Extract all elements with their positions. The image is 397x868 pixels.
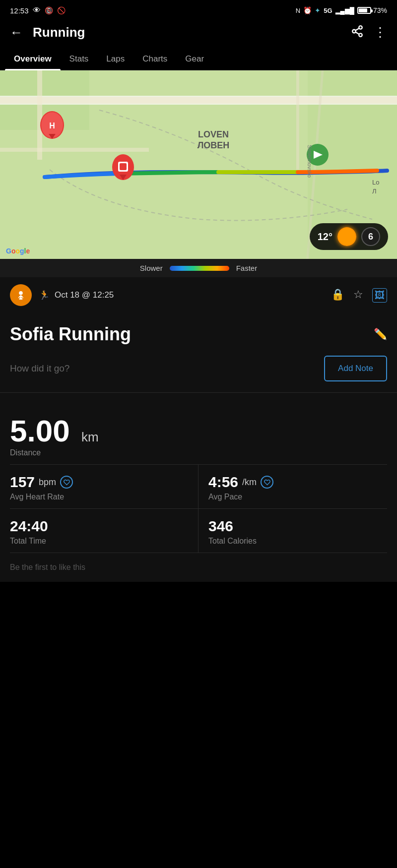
stats-section: 5.00 km Distance 157 bpm Avg Heart Rate bbox=[0, 397, 397, 553]
time-cell: 24:40 Total Time bbox=[10, 509, 198, 553]
tab-laps[interactable]: Laps bbox=[97, 48, 133, 70]
svg-point-2 bbox=[359, 33, 362, 37]
main-content: Sofia Running ✏️ How did it go? Add Note… bbox=[0, 313, 397, 582]
svg-point-0 bbox=[359, 26, 362, 29]
distance-label: Distance bbox=[10, 448, 387, 457]
bluetooth-icon: ✦ bbox=[315, 6, 321, 14]
share-button[interactable] bbox=[351, 25, 364, 41]
svg-point-1 bbox=[352, 29, 356, 33]
distance-value: 5.00 km bbox=[10, 416, 387, 446]
page-title: Running bbox=[33, 25, 345, 40]
distance-unit: km bbox=[81, 430, 99, 444]
svg-rect-21 bbox=[120, 163, 127, 170]
bottom-text: Be the first to like this bbox=[0, 553, 397, 582]
weather-badge: 12° 6 bbox=[310, 223, 388, 250]
eye-icon: 👁 bbox=[33, 6, 41, 15]
activity-title-row: Sofia Running ✏️ bbox=[0, 313, 397, 350]
svg-text:LOVEN: LOVEN bbox=[198, 129, 229, 139]
calories-cell: 346 Total Calories bbox=[198, 509, 387, 553]
svg-text:Л: Л bbox=[372, 187, 377, 195]
top-nav: ← Running ⋮ bbox=[0, 19, 397, 48]
battery-icon bbox=[357, 7, 371, 14]
google-logo: Google bbox=[6, 247, 30, 255]
pace-label: Avg Pace bbox=[208, 493, 387, 501]
star-icon[interactable]: ☆ bbox=[353, 288, 363, 303]
heart-rate-value: 157 bpm bbox=[10, 474, 188, 491]
temperature-display: 12° bbox=[318, 231, 332, 243]
tab-charts[interactable]: Charts bbox=[133, 48, 176, 70]
tabs: Overview Stats Laps Charts Gear bbox=[0, 48, 397, 70]
calories-label: Total Calories bbox=[208, 537, 387, 546]
slower-label: Slower bbox=[140, 264, 163, 272]
distance-stat: 5.00 km Distance bbox=[10, 407, 387, 465]
activity-actions: 🔒 ☆ 🖼 bbox=[331, 288, 387, 303]
svg-text:Simeonovsko: Simeonovsko bbox=[307, 145, 313, 178]
signal-bars: ▂▄▆█ bbox=[335, 7, 354, 14]
add-note-button[interactable]: Add Note bbox=[324, 356, 387, 381]
block-icon: 🚫 bbox=[57, 6, 66, 14]
time-display: 12:53 bbox=[10, 6, 29, 15]
activity-date: Oct 18 @ 12:25 bbox=[55, 290, 114, 300]
calories-value: 346 bbox=[208, 518, 387, 535]
status-right: N ⏰ ✦ 5G ▂▄▆█ 73% bbox=[296, 6, 387, 14]
add-photo-icon[interactable]: 🖼 bbox=[372, 288, 387, 303]
svg-text:H: H bbox=[49, 122, 55, 130]
svg-line-4 bbox=[355, 28, 359, 30]
activity-info-row: 🏃 Oct 18 @ 12:25 🔒 ☆ 🖼 bbox=[0, 277, 397, 313]
back-button[interactable]: ← bbox=[10, 23, 27, 42]
activity-title: Sofia Running bbox=[10, 324, 369, 345]
lock-icon: 🔒 bbox=[331, 288, 344, 303]
note-row: How did it go? Add Note bbox=[0, 350, 397, 393]
stats-grid: 157 bpm Avg Heart Rate 4:56 /km bbox=[10, 465, 387, 553]
alarm-icon: ⏰ bbox=[303, 6, 312, 14]
tab-stats[interactable]: Stats bbox=[61, 48, 98, 70]
more-menu-button[interactable]: ⋮ bbox=[374, 25, 387, 40]
svg-text:ЛОВЕН: ЛОВЕН bbox=[198, 140, 230, 150]
time-value: 24:40 bbox=[10, 518, 188, 535]
sun-icon bbox=[337, 227, 356, 246]
edit-title-button[interactable]: ✏️ bbox=[374, 328, 387, 341]
status-time: 12:53 👁 📵 🚫 bbox=[10, 6, 66, 15]
tab-gear[interactable]: Gear bbox=[176, 48, 213, 70]
map-container[interactable]: H LOVEN ЛОВЕН Simeonovsko Lo Л 12° 6 Goo… bbox=[0, 70, 397, 259]
battery-block: 73% bbox=[357, 6, 387, 14]
time-label: Total Time bbox=[10, 537, 188, 546]
svg-line-3 bbox=[355, 32, 359, 34]
run-icon: 🏃 bbox=[39, 290, 50, 301]
faster-label: Faster bbox=[236, 264, 258, 272]
pace-cell: 4:56 /km Avg Pace bbox=[198, 465, 387, 509]
nfc-icon: N bbox=[296, 7, 300, 14]
heart-rate-label: Avg Heart Rate bbox=[10, 493, 188, 501]
activity-meta: 🏃 Oct 18 @ 12:25 bbox=[39, 290, 324, 301]
tab-overview[interactable]: Overview bbox=[5, 48, 61, 70]
status-bar: 12:53 👁 📵 🚫 N ⏰ ✦ 5G ▂▄▆█ 73% bbox=[0, 0, 397, 19]
speed-legend: Slower Faster bbox=[0, 259, 397, 277]
nav-icons: ⋮ bbox=[351, 25, 387, 41]
speed-gradient-bar bbox=[170, 266, 229, 271]
phone-icon: 📵 bbox=[45, 6, 53, 14]
pace-info-icon[interactable] bbox=[261, 476, 273, 489]
signal-icon: 5G bbox=[324, 7, 332, 14]
svg-text:Lo: Lo bbox=[372, 179, 379, 186]
heart-rate-info-icon[interactable] bbox=[60, 476, 73, 489]
pace-value: 4:56 /km bbox=[208, 474, 387, 491]
garmin-badge bbox=[10, 284, 32, 306]
note-placeholder[interactable]: How did it go? bbox=[10, 363, 316, 374]
battery-percent: 73% bbox=[373, 6, 387, 14]
svg-point-30 bbox=[19, 291, 23, 295]
wind-speed: 6 bbox=[361, 227, 380, 246]
heart-rate-cell: 157 bpm Avg Heart Rate bbox=[10, 465, 198, 509]
